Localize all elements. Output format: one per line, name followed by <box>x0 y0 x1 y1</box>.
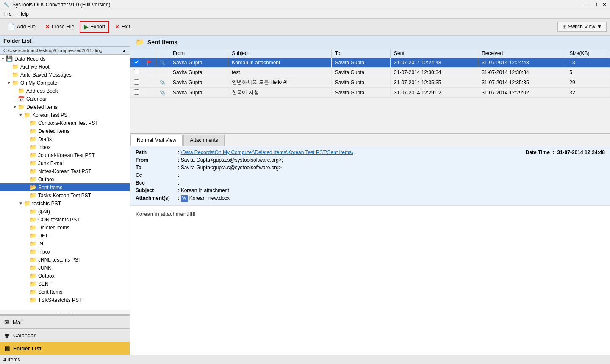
tree-item-sent[interactable]: 📁SENT <box>0 280 130 288</box>
tree-label: JRNL-testchts PST <box>38 257 81 263</box>
tree-item-contacts-korean[interactable]: 📁Contacts-Korean Test PST <box>0 119 130 127</box>
tree-item-con-testchts[interactable]: 📁CON-testchts PST <box>0 215 130 223</box>
nav-icon-mail: ✉ <box>4 319 9 325</box>
minimize-button[interactable]: ─ <box>584 2 588 8</box>
tree-item-notes-korean[interactable]: 📁Notes-Korean Test PST <box>0 167 130 175</box>
tree-label: Drafts <box>38 136 52 142</box>
row-attach: 📎 <box>156 77 169 88</box>
tree-item-on-my-computer[interactable]: ▼📁On My Computer <box>0 79 130 87</box>
tree-label: CON-testchts PST <box>38 217 80 223</box>
tree-item-sent-items[interactable]: 📂Sent Items <box>0 183 130 191</box>
tree-item-deleted-items3[interactable]: 📁Deleted Items <box>0 223 130 232</box>
tree-item-all[interactable]: 📁($All) <box>0 207 130 215</box>
datetime-value: 31-07-2014 12:24:48 <box>557 149 605 155</box>
add-file-label: Add File <box>17 24 36 30</box>
menu-file[interactable]: File <box>3 11 11 17</box>
email-table-container[interactable]: From Subject To Sent Received Size(KB) 🚩… <box>130 49 610 134</box>
tree-label: Notes-Korean Test PST <box>38 168 92 174</box>
export-button[interactable]: ▶ Export <box>80 21 109 33</box>
table-row[interactable]: 📎 Savita Gupta 한국어 시험 Savita Gupta 31-07… <box>130 88 610 98</box>
folder-tree[interactable]: ▼💾Data Records📁Archive Root📁Auto-Saved M… <box>0 55 130 310</box>
expand-icon[interactable]: ▼ <box>0 56 6 61</box>
subject-label: Subject <box>136 188 178 193</box>
row-checkbox[interactable] <box>130 68 143 77</box>
row-checkbox[interactable] <box>130 77 143 88</box>
expand-icon[interactable]: ▼ <box>6 80 12 85</box>
bcc-label: Bcc <box>136 180 178 186</box>
tree-item-outbox[interactable]: 📁Outbox <box>0 175 130 183</box>
tree-label: Outbox <box>38 176 55 182</box>
menu-help[interactable]: Help <box>18 11 29 17</box>
close-file-button[interactable]: ✕ Close File <box>41 21 78 32</box>
table-row[interactable]: 📎 Savita Gupta 안녕하세요 모든 Hello All Savita… <box>130 77 610 88</box>
folder-icon: 📅 <box>18 96 25 102</box>
folder-icon: 📁 <box>30 192 36 199</box>
preview-pane: Normal Mail View Attachments Path : \Dat… <box>130 134 610 355</box>
tree-item-tasks-korean[interactable]: 📁Tasks-Korean Test PST <box>0 191 130 199</box>
tree-label: Journal-Korean Test PST <box>38 152 95 158</box>
tree-item-junk-email[interactable]: 📁Junk E-mail <box>0 159 130 167</box>
tree-item-korean-test-pst[interactable]: ▼📁Korean Test PST <box>0 111 130 119</box>
row-attach <box>156 68 169 77</box>
tree-label: Auto-Saved Messages <box>20 72 72 78</box>
row-subject: test <box>228 68 332 77</box>
exit-button[interactable]: ✕ Exit <box>111 21 134 32</box>
row-checkbox[interactable] <box>130 88 143 98</box>
folder-icon: 📁 <box>30 256 36 263</box>
nav-item-calendar[interactable]: ▦Calendar <box>0 328 130 342</box>
table-header-row: From Subject To Sent Received Size(KB) <box>130 49 610 58</box>
tree-item-in[interactable]: 📁IN <box>0 240 130 248</box>
tree-item-archive-root[interactable]: 📁Archive Root <box>0 63 130 71</box>
tree-label: Inbox <box>38 144 50 150</box>
tree-item-address-book[interactable]: 📁Address Book <box>0 87 130 95</box>
expand-icon[interactable]: ▼ <box>18 113 24 117</box>
row-checkbox[interactable] <box>130 58 143 68</box>
switch-view-button[interactable]: ⊞ Switch View ▼ <box>557 22 607 32</box>
row-from: Savita Gupta <box>169 58 228 68</box>
nav-label-mail: Mail <box>13 319 23 325</box>
close-button[interactable]: ✕ <box>602 2 607 8</box>
tree-item-inbox2[interactable]: 📁Inbox <box>0 248 130 256</box>
tree-item-drafts[interactable]: 📁Drafts <box>0 135 130 143</box>
row-attach: 📎 <box>156 88 169 98</box>
status-bar: 4 Items <box>0 355 610 364</box>
tab-normal-mail-view[interactable]: Normal Mail View <box>130 135 183 146</box>
restore-button[interactable]: ☐ <box>593 2 597 8</box>
nav-item-mail[interactable]: ✉Mail <box>0 315 130 328</box>
tree-item-inbox[interactable]: 📁Inbox <box>0 143 130 151</box>
table-row[interactable]: 🚩 📎 Savita Gupta Korean in attachment Sa… <box>130 58 610 68</box>
app-title: SysTools OLK Converter v1.0 (Full Versio… <box>12 2 110 8</box>
tree-item-data-records[interactable]: ▼💾Data Records <box>0 55 130 63</box>
tree-item-deleted-items[interactable]: ▼📁Deleted Items <box>0 103 130 111</box>
tree-item-auto-saved[interactable]: 📁Auto-Saved Messages <box>0 71 130 79</box>
attachments-value: Korean_new.docx <box>189 195 230 201</box>
tree-item-journal-korean[interactable]: 📁Journal-Korean Test PST <box>0 151 130 159</box>
tree-item-outbox2[interactable]: 📁Outbox <box>0 272 130 280</box>
menu-bar: File Help <box>0 9 610 19</box>
table-row[interactable]: Savita Gupta test Savita Gupta 31-07-201… <box>130 68 610 77</box>
close-file-label: Close File <box>52 24 74 30</box>
attachments-label: Attachment(s) <box>136 195 178 202</box>
tab-attachments[interactable]: Attachments <box>183 135 225 146</box>
expand-icon[interactable]: ▼ <box>12 105 18 109</box>
tree-item-tsks[interactable]: 📁TSKS-testchts PST <box>0 296 130 304</box>
tree-item-testchts-pst[interactable]: ▼📁testchts PST <box>0 199 130 207</box>
nav-item-folder-list[interactable]: ▤Folder List <box>0 342 130 355</box>
tree-item-jrnl[interactable]: 📁JRNL-testchts PST <box>0 256 130 264</box>
expand-icon[interactable]: ▼ <box>18 201 24 206</box>
tree-item-sent-items2[interactable]: 📁Sent Items <box>0 288 130 296</box>
path-expand-icon[interactable]: ▲ <box>122 48 126 53</box>
folder-icon: 📁 <box>30 273 36 279</box>
folder-icon: 📁 <box>30 297 36 303</box>
folder-list-title: Folder List <box>3 38 31 44</box>
tree-item-dft[interactable]: 📁DFT <box>0 232 130 240</box>
col-subject: Subject <box>228 49 332 58</box>
tree-item-junk[interactable]: 📁JUNK <box>0 264 130 272</box>
add-file-button[interactable]: 📄 Add File <box>3 21 39 33</box>
preview-content: Path : \Data Records\On My Computer\Dele… <box>130 146 610 355</box>
row-to: Savita Gupta <box>331 68 390 77</box>
row-subject: 안녕하세요 모든 Hello All <box>228 77 332 88</box>
nav-label-folder-list: Folder List <box>13 345 41 352</box>
tree-item-deleted-items2[interactable]: 📁Deleted Items <box>0 127 130 135</box>
tree-item-calendar[interactable]: 📅Calendar <box>0 95 130 103</box>
